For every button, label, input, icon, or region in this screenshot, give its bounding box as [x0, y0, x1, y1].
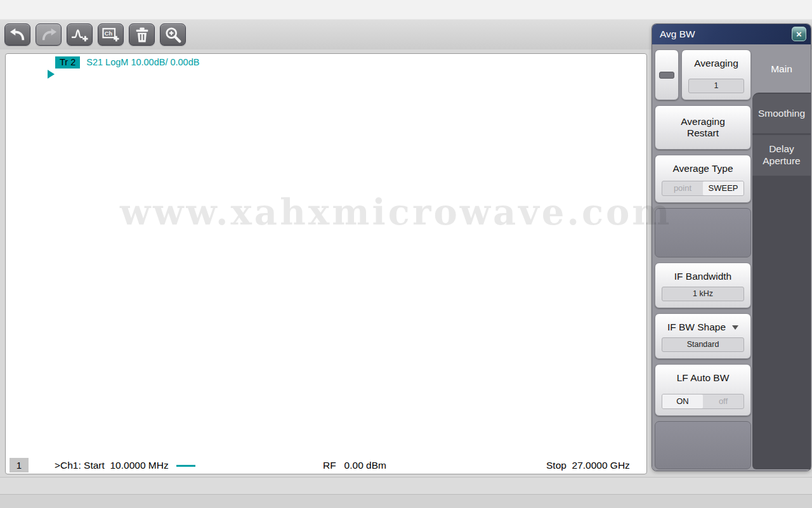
- averaging-restart-button[interactable]: Averaging Restart: [655, 105, 751, 150]
- panel-tab-column: Main Smoothing Delay Aperture: [752, 44, 811, 471]
- redo-icon: [39, 27, 58, 43]
- status-taskbar: [0, 477, 812, 494]
- if-bw-shape-value[interactable]: Standard: [662, 337, 744, 352]
- average-type-sweep-option[interactable]: SWEEP: [703, 181, 743, 195]
- rf-power: RF 0.00 dBm: [323, 457, 386, 474]
- zoom-magnifier-icon: [164, 27, 182, 43]
- lf-auto-bw-switch[interactable]: ON off: [662, 394, 744, 409]
- average-type-switch[interactable]: point SWEEP: [662, 181, 744, 196]
- trace-badge[interactable]: Tr 2: [55, 56, 80, 68]
- averaging-button[interactable]: Averaging 1: [681, 49, 751, 100]
- tab-main[interactable]: Main: [752, 47, 811, 91]
- undo-button[interactable]: [4, 23, 30, 46]
- if-bandwidth-button[interactable]: IF Bandwidth 1 kHz: [655, 263, 751, 308]
- reference-level-marker-icon[interactable]: [48, 70, 55, 79]
- add-channel-icon: Ch: [102, 27, 121, 43]
- averaging-toggle-button[interactable]: [655, 49, 679, 100]
- panel-title-bar[interactable]: Avg BW ×: [652, 24, 811, 44]
- undo-icon: [8, 27, 27, 43]
- toggle-indicator-icon: [659, 72, 674, 79]
- if-bandwidth-value[interactable]: 1 kHz: [662, 287, 744, 301]
- zoom-button[interactable]: [160, 23, 186, 46]
- trace-color-dash-icon: [176, 465, 195, 467]
- stimulus-status-row: >Ch1: Start 10.0000 MHz RF 0.00 dBm Stop…: [6, 457, 646, 474]
- panel-body: Averaging 1 Averaging Restart Average Ty…: [652, 44, 811, 471]
- menu-bar: [0, 0, 812, 19]
- add-trace-icon: [70, 27, 89, 43]
- panel-tab-group: Smoothing Delay Aperture: [752, 93, 811, 469]
- panel-title: Avg BW: [660, 29, 695, 40]
- measurement-display: Tr 2 S21 LogM 10.00dB/ 0.00dB www.xahxmi…: [5, 53, 647, 474]
- delete-button[interactable]: [129, 23, 155, 46]
- add-trace-button[interactable]: [67, 23, 93, 46]
- redo-button[interactable]: [36, 23, 62, 46]
- blank-button-2: [655, 421, 751, 469]
- panel-button-column: Averaging 1 Averaging Restart Average Ty…: [655, 44, 751, 471]
- tab-smoothing[interactable]: Smoothing: [752, 94, 811, 133]
- if-bw-shape-button[interactable]: IF BW Shape Standard: [655, 313, 751, 359]
- add-channel-button[interactable]: Ch: [98, 23, 124, 46]
- averaging-value[interactable]: 1: [688, 79, 744, 93]
- lf-auto-bw-on-option[interactable]: ON: [662, 394, 703, 408]
- trace-format-label: S21 LogM 10.00dB/ 0.00dB: [86, 57, 199, 67]
- bottom-status-strip: [0, 494, 812, 508]
- start-frequency: >Ch1: Start 10.0000 MHz: [55, 457, 195, 474]
- avg-bw-panel: Avg BW × Averaging 1 Averaging Restart A…: [652, 24, 811, 471]
- delete-trash-icon: [133, 27, 151, 43]
- lf-auto-bw-off-option[interactable]: off: [703, 394, 743, 408]
- dropdown-arrow-icon: [732, 325, 738, 330]
- lf-auto-bw-button[interactable]: LF Auto BW ON off: [655, 364, 751, 416]
- svg-text:Ch: Ch: [104, 30, 112, 36]
- close-icon: ×: [796, 29, 802, 39]
- plot-svg: [56, 69, 641, 455]
- stop-frequency: Stop 27.0000 GHz: [546, 457, 630, 474]
- tab-delay-aperture[interactable]: Delay Aperture: [752, 135, 811, 176]
- trace-header: Tr 2 S21 LogM 10.00dB/ 0.00dB: [55, 56, 199, 68]
- close-button[interactable]: ×: [792, 27, 806, 41]
